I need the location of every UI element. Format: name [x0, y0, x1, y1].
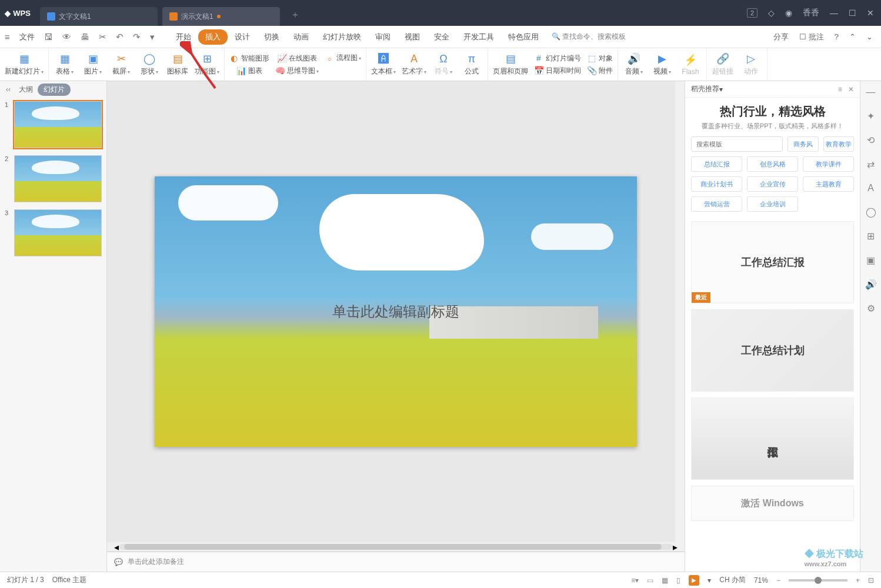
print-icon[interactable]: 🖶	[76, 32, 94, 42]
normal-view-icon[interactable]: ▭	[647, 576, 653, 584]
new-slide-button[interactable]: ▦新建幻灯片▾	[5, 52, 44, 76]
collapse-panel-icon[interactable]: ‹‹	[6, 85, 11, 93]
text-icon[interactable]: A	[867, 183, 874, 193]
tab-animation[interactable]: 动画	[286, 29, 316, 45]
redo-icon[interactable]: ↷	[128, 32, 145, 42]
filter-tag[interactable]: 营销运营	[691, 196, 742, 212]
video-button[interactable]: ▶视频▾	[651, 52, 673, 76]
slide[interactable]: 单击此处编辑副标题	[155, 176, 637, 447]
mind-map-button[interactable]: 🧠思维导图▾	[275, 66, 319, 76]
command-search[interactable]: 🔍 查找命令、搜索模板	[552, 32, 626, 42]
format-painter-icon[interactable]: ✂	[94, 32, 111, 42]
help-icon[interactable]: ?	[835, 32, 839, 41]
tab-transition[interactable]: 切换	[257, 29, 286, 45]
minimize-button[interactable]: —	[830, 8, 838, 18]
notification-badge[interactable]: 2	[747, 8, 757, 18]
collapse-ribbon-icon[interactable]: ⌃	[849, 32, 856, 41]
zoom-in-icon[interactable]: +	[856, 576, 860, 584]
outline-tab[interactable]: 大纲	[19, 85, 33, 95]
online-chart-button[interactable]: 📈在线图表	[275, 54, 319, 64]
sidebar-collapse-icon[interactable]: —	[866, 87, 876, 98]
slide-number-button[interactable]: #幻灯片编号	[534, 54, 581, 64]
doc-tab-word[interactable]: 文字文稿1	[40, 7, 158, 26]
slide-canvas[interactable]: 单击此处编辑副标题	[107, 81, 685, 542]
filter-tag[interactable]: 企业宣传	[747, 176, 798, 192]
save-icon[interactable]: 🖫	[39, 32, 58, 42]
flow-chart-button[interactable]: ⬦流程图▾	[325, 53, 361, 63]
slide-thumbnail[interactable]: 2	[5, 155, 102, 202]
slide-thumbnail[interactable]: 3	[5, 209, 102, 256]
shape-button[interactable]: ◯形状▾	[138, 52, 161, 76]
template-card[interactable]: 工作总结汇报最近	[691, 221, 854, 303]
smart-graphic-button[interactable]: ◐智能图形	[229, 54, 269, 64]
more-icon[interactable]: ⌄	[866, 32, 873, 41]
zoom-thumb[interactable]	[815, 577, 822, 584]
panel-menu-icon[interactable]: ≡	[838, 85, 842, 93]
tab-special[interactable]: 特色应用	[501, 29, 546, 45]
menu-icon[interactable]: ≡	[0, 32, 15, 42]
panel-close-icon[interactable]: ✕	[848, 85, 854, 93]
tab-security[interactable]: 安全	[427, 29, 456, 45]
doc-tab-presentation[interactable]: 演示文稿1	[162, 7, 280, 26]
audio-button[interactable]: 🔊音频▾	[623, 52, 645, 76]
user-avatar-icon[interactable]: ◉	[785, 8, 792, 18]
template-card[interactable]: 激活 Windows	[691, 486, 854, 521]
design-icon[interactable]: ✦	[867, 111, 875, 122]
tab-insert[interactable]: 插入	[198, 29, 228, 45]
dropdown-icon[interactable]: ▾	[145, 32, 159, 42]
print-preview-icon[interactable]: 👁	[58, 32, 76, 42]
filter-tag[interactable]: 创意风格	[747, 156, 798, 172]
header-footer-button[interactable]: ▤页眉和页脚	[493, 52, 528, 76]
picture-button[interactable]: ▣图片▾	[82, 52, 104, 76]
zoom-slider[interactable]	[789, 579, 847, 582]
template-card[interactable]: 工作汇报	[691, 397, 854, 480]
share-button[interactable]: 分享	[773, 32, 789, 42]
horizontal-scrollbar[interactable]: ◂ ▸	[107, 542, 685, 552]
zoom-out-icon[interactable]: −	[776, 576, 780, 584]
date-time-button[interactable]: 📅日期和时间	[534, 66, 581, 76]
template-search-input[interactable]	[691, 136, 783, 152]
shape-tool-icon[interactable]: ◯	[866, 206, 876, 218]
slide-thumbnail[interactable]: 1	[5, 101, 102, 148]
slideshow-button[interactable]: ▶	[689, 575, 699, 586]
notes-pane[interactable]: 💬 单击此处添加备注	[107, 552, 685, 572]
reading-view-icon[interactable]: ▯	[676, 576, 680, 584]
tab-devtools[interactable]: 开发工具	[456, 29, 501, 45]
table-button[interactable]: ▦表格▾	[54, 52, 76, 76]
equation-button[interactable]: π公式	[460, 52, 483, 76]
chart-button[interactable]: 📊图表	[229, 66, 269, 76]
notes-toggle-icon[interactable]: ≡▾	[631, 576, 639, 584]
template-card[interactable]: 工作总结计划	[691, 309, 854, 392]
filter-tag[interactable]: 商务风	[787, 136, 819, 152]
tab-design[interactable]: 设计	[228, 29, 257, 45]
attachment-button[interactable]: 📎附件	[587, 66, 613, 76]
annotate-button[interactable]: ☐ 批注	[799, 32, 824, 42]
tab-start[interactable]: 开始	[169, 29, 198, 45]
animation-pane-icon[interactable]: ⟲	[867, 135, 875, 146]
wordart-button[interactable]: A艺术字▾	[402, 52, 426, 76]
filter-tag[interactable]: 商业计划书	[691, 176, 742, 192]
filter-tag[interactable]: 教学课件	[803, 156, 854, 172]
function-chart-button[interactable]: ⊞功能图▾	[195, 52, 219, 76]
scroll-left-icon[interactable]: ◂	[114, 542, 119, 553]
skin-icon[interactable]: ◇	[768, 8, 775, 18]
audio-tool-icon[interactable]: 🔊	[865, 279, 877, 290]
file-menu[interactable]: 文件	[15, 32, 39, 42]
filter-tag[interactable]: 教育教学	[823, 136, 855, 152]
slides-tab[interactable]: 幻灯片	[38, 83, 71, 96]
scroll-thumb[interactable]	[124, 544, 662, 550]
tab-review[interactable]: 审阅	[368, 29, 398, 45]
vertical-scrollbar[interactable]	[675, 81, 685, 542]
settings-icon[interactable]: ⚙	[867, 303, 875, 314]
scroll-right-icon[interactable]: ▸	[673, 542, 678, 553]
undo-icon[interactable]: ↶	[111, 32, 128, 42]
tab-slideshow[interactable]: 幻灯片放映	[316, 29, 368, 45]
tab-view[interactable]: 视图	[398, 29, 427, 45]
transition-icon[interactable]: ⇄	[867, 159, 875, 170]
sorter-view-icon[interactable]: ▦	[662, 576, 668, 584]
icon-library-button[interactable]: ▤图标库	[166, 52, 189, 76]
add-tab-button[interactable]: ＋	[286, 9, 305, 21]
smart-art-icon[interactable]: ⊞	[867, 230, 875, 242]
filter-tag[interactable]: 企业培训	[747, 196, 798, 212]
filter-tag[interactable]: 总结汇报	[691, 156, 742, 172]
